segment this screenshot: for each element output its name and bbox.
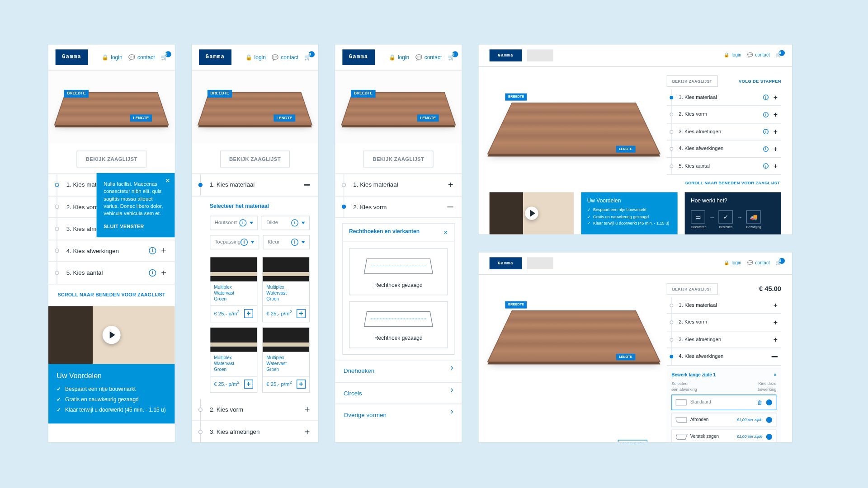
- cart-button[interactable]: 🛒0: [304, 54, 311, 61]
- login-link[interactable]: 🔒login: [245, 54, 266, 61]
- radio-icon: [766, 417, 772, 423]
- step-3[interactable]: 3. Kies afmetingeni+: [667, 123, 781, 141]
- contact-link[interactable]: 💬contact: [415, 54, 442, 61]
- cart-button[interactable]: 🛒0: [776, 52, 781, 59]
- info-icon[interactable]: i: [763, 163, 769, 169]
- step-2[interactable]: 2. Kies vormi+: [667, 106, 781, 123]
- contact-link[interactable]: 💬contact: [747, 52, 770, 59]
- afwerking-option[interactable]: Verstek zagen€1,00 per zijde: [671, 430, 776, 442]
- cart-button[interactable]: 🛒0: [161, 54, 168, 61]
- shape-option[interactable]: Rechthoek gezaagd: [349, 248, 448, 295]
- cat-overige[interactable]: Overige vormen›: [335, 404, 462, 426]
- contact-link[interactable]: 💬contact: [128, 54, 155, 61]
- benefit-item: Bespaart een ritje bouwmarkt: [57, 385, 166, 393]
- scroll-note: SCROLL NAAR BENEDEN VOOR ZAAGLIJST: [48, 284, 175, 306]
- zaaglijst-button[interactable]: BEKIJK ZAAGLIJST: [220, 150, 290, 167]
- info-icon[interactable]: i: [149, 247, 156, 254]
- zaaglijst-button[interactable]: BEKIJK ZAAGLIJST: [667, 75, 718, 87]
- info-icon[interactable]: i: [763, 95, 769, 100]
- step-1[interactable]: 1. Kies materiaali+: [667, 89, 781, 106]
- step-4-open[interactable]: 4. Kies afwerkingen: [667, 348, 781, 366]
- info-icon[interactable]: i: [763, 146, 769, 152]
- filter-dikte[interactable]: Diktei: [262, 216, 310, 230]
- step-2[interactable]: 2. Kies vorm+: [192, 399, 318, 421]
- zaaglijst-button[interactable]: BEKIJK ZAAGLIJST: [363, 150, 433, 167]
- edge-label: LANGE ZIJDE 1: [618, 440, 647, 442]
- brand-logo[interactable]: Gamma: [490, 49, 522, 61]
- filter-toepassing[interactable]: Toepassingi: [210, 235, 259, 249]
- tooltip-close-link[interactable]: SLUIT VENSTER: [104, 223, 167, 230]
- contact-link[interactable]: 💬contact: [747, 260, 770, 267]
- width-tag: BREEDTE: [64, 90, 89, 98]
- brand-logo[interactable]: Gamma: [199, 49, 231, 65]
- panel-title: Rechthoeken en vierkanten: [349, 229, 420, 236]
- collapse-icon: [772, 357, 778, 357]
- step-4[interactable]: 4. Kies afwerkingeni+: [48, 240, 175, 262]
- flow-order-icon: ✓: [718, 211, 733, 224]
- cart-button[interactable]: 🛒0: [776, 260, 781, 267]
- add-button[interactable]: +: [297, 380, 306, 389]
- info-icon[interactable]: i: [291, 239, 298, 246]
- shape-option[interactable]: Rechthoek gezaagd: [349, 301, 448, 348]
- info-icon[interactable]: i: [149, 269, 156, 277]
- material-card[interactable]: MultiplexWatervastGroen € 25,- p/m2+: [210, 327, 257, 393]
- step-2-open[interactable]: 2. Kies vorm: [335, 196, 462, 218]
- brand-logo[interactable]: Gamma: [490, 257, 522, 269]
- brand-logo[interactable]: Gamma: [56, 49, 88, 65]
- login-link[interactable]: 🔒login: [389, 54, 409, 61]
- width-tag: BREEDTE: [505, 94, 527, 100]
- trash-icon[interactable]: 🗑: [757, 399, 763, 406]
- filter-houtsoort[interactable]: Houtsoorti: [210, 216, 258, 230]
- cat-circels[interactable]: Circels›: [335, 382, 462, 404]
- lock-icon: 🔒: [102, 54, 108, 61]
- chevron-down-icon: [251, 241, 255, 243]
- login-link[interactable]: 🔒login: [724, 52, 741, 59]
- info-icon[interactable]: i: [241, 239, 248, 246]
- material-card[interactable]: MultiplexWatervastGroen € 25,- p/m2+: [262, 257, 310, 323]
- add-button[interactable]: +: [297, 309, 306, 318]
- cat-driehoeken[interactable]: Driehoeken›: [335, 360, 462, 382]
- zaaglijst-button[interactable]: BEKIJK ZAAGLIJST: [667, 283, 718, 295]
- info-icon[interactable]: i: [291, 219, 298, 226]
- how-tile: Hoe werkt het? ▭→ ✓→ 🚚 Oriënteren Bestel…: [685, 192, 781, 235]
- chevron-right-icon: ›: [450, 367, 453, 375]
- step-1-open[interactable]: 1. Kies materiaal: [192, 174, 318, 196]
- step-3[interactable]: 3. Kies afmetingen+: [667, 331, 781, 348]
- login-link[interactable]: 🔒login: [724, 260, 741, 267]
- brand-logo[interactable]: Gamma: [342, 49, 375, 65]
- material-card[interactable]: MultiplexWatervastGroen € 25,- p/m2+: [262, 327, 310, 393]
- width-tag: BREEDTE: [351, 90, 376, 98]
- login-link[interactable]: 🔒login: [102, 54, 122, 61]
- visualizer: BREEDTE LENGTE: [490, 75, 658, 185]
- info-icon[interactable]: i: [763, 112, 769, 117]
- benefit-item: Klaar terwijl u doorwerkt (45 min. - 1.1…: [57, 406, 166, 413]
- material-card[interactable]: MultiplexWatervastGroen € 25,- p/m2+: [210, 257, 257, 323]
- close-icon[interactable]: ×: [165, 177, 170, 184]
- step-3[interactable]: 3. Kies afmetingen+: [192, 421, 318, 442]
- step-5[interactable]: 5. Kies aantali+: [48, 262, 175, 284]
- info-icon[interactable]: i: [763, 129, 769, 135]
- info-icon[interactable]: i: [239, 219, 246, 226]
- step-4[interactable]: 4. Kies afwerkingeni+: [667, 141, 781, 158]
- close-icon[interactable]: ×: [774, 373, 776, 377]
- cart-button[interactable]: 🛒0: [448, 54, 455, 61]
- benefits-title: Uw Voordelen: [57, 371, 166, 381]
- close-icon[interactable]: ×: [443, 229, 448, 236]
- promo-video[interactable]: [490, 192, 574, 235]
- chat-icon: 💬: [747, 260, 753, 267]
- add-button[interactable]: +: [244, 380, 253, 389]
- afwerking-option[interactable]: Afronden€1,00 per zijde: [671, 413, 776, 427]
- promo-video[interactable]: [48, 306, 175, 364]
- add-button[interactable]: +: [244, 309, 253, 318]
- step-2[interactable]: 2. Kies vorm+: [667, 314, 781, 331]
- width-tag: BREEDTE: [208, 90, 232, 98]
- step-5[interactable]: 5. Kies aantali+: [667, 158, 781, 175]
- mobile-screen-2: Gamma 🔒login 💬contact 🛒0 BREEDTE LENGTE …: [192, 45, 318, 442]
- afwerking-option[interactable]: Standaard🗑: [671, 394, 776, 410]
- contact-link[interactable]: 💬contact: [272, 54, 298, 61]
- step-1[interactable]: 1. Kies materiaal+: [667, 297, 781, 314]
- filter-kleur[interactable]: Kleuri: [263, 235, 310, 249]
- chat-icon: 💬: [272, 54, 278, 61]
- zaaglijst-button[interactable]: BEKIJK ZAAGLIJST: [77, 150, 146, 167]
- step-1[interactable]: 1. Kies materiaal+: [335, 174, 462, 196]
